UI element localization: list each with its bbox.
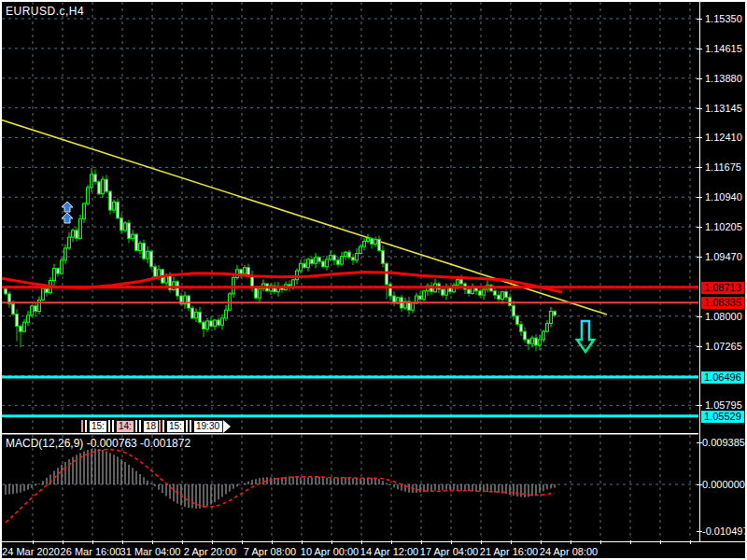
buy-arrow-icon[interactable]: [62, 213, 73, 223]
news-flag-bar: [159, 420, 161, 432]
time-tick: [690, 540, 691, 544]
price-tick-label: 1.15350: [705, 13, 742, 25]
price-tick: [697, 197, 702, 198]
time-tick-label: 31 Mar 04:00: [120, 546, 181, 557]
news-flag-label[interactable]: 14:: [116, 420, 134, 433]
chart-window: EURUSD.c,H4 15:14:1815:19:30 MACD(12,26,…: [0, 0, 747, 560]
macd-indicator-label: MACD(12,26,9) -0.000763 -0.001872: [6, 437, 190, 450]
macd-tick-label: 0.000000: [702, 479, 745, 491]
time-tick: [331, 540, 332, 544]
price-tick: [697, 137, 702, 138]
price-tick-label: 1.11675: [705, 161, 741, 174]
level-price-label: 1.08335: [701, 297, 744, 309]
price-tick-label: 1.13145: [705, 103, 742, 115]
time-tick: [152, 540, 153, 544]
time-tick-label: 14 Apr 12:00: [360, 546, 418, 557]
news-flag-pointer-icon: [223, 420, 231, 433]
time-tick: [212, 540, 213, 544]
news-flag-bar: [108, 420, 110, 432]
price-tick-label: 1.13880: [705, 73, 742, 85]
macd-tick-label: 0.009385: [702, 437, 745, 449]
time-tick-label: 26 Mar 16:00: [61, 546, 121, 557]
news-flag-bar: [81, 420, 83, 432]
time-tick-label: 21 Apr 16:00: [480, 546, 538, 557]
time-tick: [600, 540, 601, 544]
macd-panel[interactable]: [2, 434, 698, 541]
time-tick: [63, 540, 63, 544]
news-flag-bar: [135, 420, 137, 432]
time-tick: [660, 540, 661, 544]
price-tick-label: 1.10940: [705, 191, 742, 203]
candles-layer: [5, 168, 557, 351]
time-tick-label: 17 Apr 04:00: [420, 546, 478, 557]
level-price-label: 1.08713: [701, 282, 744, 294]
time-tick: [391, 540, 392, 544]
news-flag-label[interactable]: 15:: [166, 420, 185, 433]
time-tick-label: 24 Mar 2020: [2, 546, 60, 557]
news-flag-label[interactable]: 18: [143, 420, 159, 433]
time-tick: [451, 540, 452, 544]
grid-lines: [2, 2, 698, 431]
time-tick: [421, 540, 422, 544]
time-tick: [242, 540, 243, 544]
price-tick-label: 1.12410: [705, 132, 742, 144]
price-tick: [697, 346, 702, 347]
time-axis-line: [2, 541, 745, 542]
news-flag-bar: [190, 420, 191, 432]
price-tick: [697, 78, 702, 79]
time-tick-label: 10 Apr 00:00: [301, 546, 359, 557]
time-tick: [361, 540, 362, 544]
price-tick-label: 1.07265: [705, 341, 742, 353]
time-tick: [182, 540, 183, 544]
news-flag-bar: [112, 420, 114, 432]
time-tick: [630, 540, 631, 544]
price-tick: [697, 108, 702, 109]
time-tick: [92, 540, 93, 544]
price-tick: [697, 316, 702, 317]
price-axis-border: [699, 2, 700, 541]
price-tick-label: 1.09470: [705, 251, 742, 263]
news-flag-label[interactable]: 15:: [89, 420, 107, 433]
price-tick: [697, 49, 702, 49]
price-tick: [697, 167, 702, 168]
price-tick: [697, 227, 702, 228]
time-tick: [511, 540, 512, 544]
price-tick-label: 1.14615: [705, 43, 742, 55]
level-price-label: 1.06496: [701, 371, 744, 384]
news-flag-label[interactable]: 19:30: [193, 420, 223, 433]
time-tick-label: 2 Apr 20:00: [184, 546, 236, 557]
time-tick: [571, 540, 571, 544]
time-tick: [302, 540, 303, 544]
macd-tick-label: -0.010497: [702, 525, 747, 538]
news-flag-bar: [162, 420, 164, 432]
price-tick: [697, 405, 702, 406]
news-flag-bar: [85, 420, 87, 432]
time-tick: [33, 540, 34, 544]
buy-arrow-icon[interactable]: [62, 202, 73, 212]
time-tick: [272, 540, 273, 544]
price-tick: [697, 257, 702, 258]
time-tick: [541, 540, 542, 544]
price-tick: [697, 19, 702, 20]
news-flag-bar: [139, 420, 141, 432]
time-tick: [122, 540, 123, 544]
level-price-label: 1.05529: [701, 411, 744, 423]
time-tick-label: 24 Apr 08:00: [540, 546, 598, 557]
price-tick-label: 1.08000: [705, 311, 742, 323]
macd-grid: [33, 435, 690, 539]
macd-histogram: [6, 449, 555, 509]
main-chart-area[interactable]: [2, 2, 698, 435]
price-tick-label: 1.10205: [705, 221, 742, 233]
time-tick: [481, 540, 482, 544]
news-flag-bar: [186, 420, 188, 432]
sell-arrow-icon[interactable]: [577, 321, 594, 352]
time-tick-label: 7 Apr 08:00: [244, 546, 296, 557]
